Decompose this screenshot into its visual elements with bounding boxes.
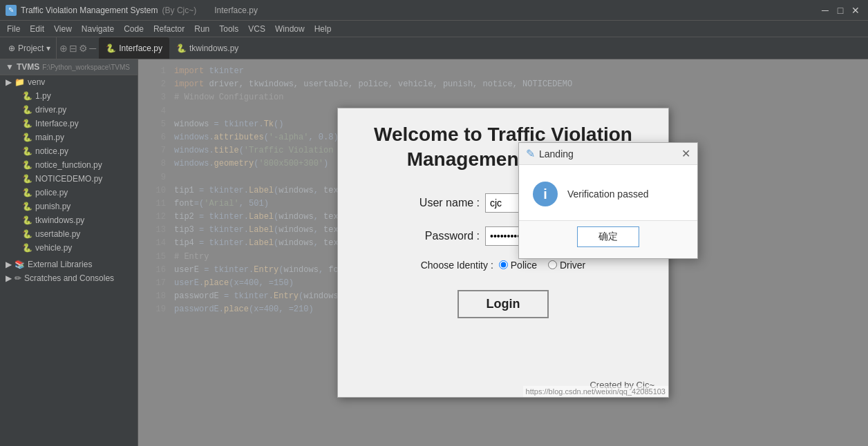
- file-icon-vehicle: 🐍: [22, 243, 32, 253]
- menu-file[interactable]: File: [3, 23, 24, 35]
- tab-tkwindows-py[interactable]: 🐍 tkwindows.py: [169, 37, 245, 59]
- dialog-close-button[interactable]: ✕: [681, 147, 690, 160]
- menu-run[interactable]: Run: [190, 23, 214, 35]
- ext-lib-expand-icon: ▶: [6, 260, 12, 269]
- project-path: F:\Python_workspace\TVMS: [42, 64, 130, 71]
- dialog-feather-icon: ✎: [526, 147, 535, 160]
- file-icon-driver: 🐍: [22, 105, 32, 115]
- folder-icon: 📁: [15, 77, 25, 87]
- sidebar-item-noticefunctionpy[interactable]: 🐍 notice_function.py: [0, 158, 138, 172]
- dialog-footer: 确定: [519, 220, 697, 258]
- file-icon-1py: 🐍: [22, 91, 32, 101]
- minimize-button[interactable]: ─: [818, 3, 832, 17]
- dialog-header-left: ✎ Landing: [526, 147, 574, 160]
- login-overlay: Welcome to Traffic Violation Management …: [138, 59, 868, 446]
- sidebar-item-noticedemo[interactable]: 🐍 NOTICEDEMO.py: [0, 172, 138, 186]
- sidebar-item-driverpy[interactable]: 🐍 driver.py: [0, 103, 138, 117]
- title-bar: ✎ Traffic Violation Management System (B…: [0, 0, 868, 21]
- 1py-label: 1.py: [35, 91, 51, 101]
- split-icon[interactable]: ⊟: [69, 43, 77, 54]
- app-subtitle: (By Cjc~): [162, 6, 197, 15]
- project-header[interactable]: ▼ TVMS F:\Python_workspace\TVMS: [0, 59, 138, 75]
- sidebar-item-scratches[interactable]: ▶ ✏ Scratches and Consoles: [0, 271, 138, 285]
- project-label: ⊕: [8, 43, 15, 53]
- file-icon-noticedemo: 🐍: [22, 174, 32, 184]
- minimize-panel-icon[interactable]: ─: [89, 43, 96, 54]
- dialog-title: Landing: [539, 148, 574, 159]
- file-icon-main: 🐍: [22, 133, 32, 142]
- sidebar-item-noticepy[interactable]: 🐍 notice.py: [0, 144, 138, 158]
- tab-tkwindows-label: tkwindows.py: [189, 43, 238, 53]
- dialog-backdrop: ✎ Landing ✕ i Verification passed 确定: [138, 59, 868, 446]
- app-icon: ✎: [6, 5, 17, 16]
- sidebar-item-policepy[interactable]: 🐍 police.py: [0, 186, 138, 200]
- confirm-button[interactable]: 确定: [577, 226, 639, 247]
- project-text: Project: [18, 43, 44, 53]
- menu-code[interactable]: Code: [120, 23, 148, 35]
- add-tab-icon[interactable]: ⊕: [59, 43, 68, 54]
- interface-label: Interface.py: [35, 119, 79, 128]
- file-icon-interface: 🐍: [106, 43, 116, 53]
- maximize-button[interactable]: □: [833, 3, 847, 17]
- close-button[interactable]: ✕: [849, 3, 862, 17]
- ext-lib-icon: 📚: [15, 260, 25, 269]
- dialog-box: ✎ Landing ✕ i Verification passed 确定: [518, 142, 698, 259]
- settings-icon[interactable]: ⚙: [79, 43, 88, 54]
- driver-label: driver.py: [35, 105, 66, 115]
- menu-tools[interactable]: Tools: [215, 23, 243, 35]
- noticedemo-label: NOTICEDEMO.py: [35, 174, 102, 184]
- file-icon-tkwindows: 🐍: [176, 43, 187, 53]
- main-layout: ▼ TVMS F:\Python_workspace\TVMS ▶ 📁 venv…: [0, 59, 868, 446]
- folder-expand-icon: ▶: [6, 77, 12, 87]
- menu-navigate[interactable]: Navigate: [77, 23, 118, 35]
- project-dropdown[interactable]: ⊕ Project ▾: [3, 37, 57, 59]
- tab-interface-py[interactable]: Interface.py: [214, 6, 258, 15]
- scratches-icon: ✏: [15, 273, 21, 283]
- scratches-label: Scratches and Consoles: [24, 273, 114, 283]
- main-label: main.py: [35, 133, 64, 142]
- ext-lib-label: External Libraries: [28, 260, 92, 269]
- menu-vcs[interactable]: VCS: [244, 23, 270, 35]
- punish-label: punish.py: [35, 202, 70, 211]
- sidebar-item-vehiclepy[interactable]: 🐍 vehicle.py: [0, 241, 138, 255]
- project-chevron: ▾: [46, 43, 50, 53]
- window-controls: ─ □ ✕: [818, 3, 862, 17]
- usertable-label: usertable.py: [35, 229, 80, 239]
- title-bar-left: ✎ Traffic Violation Management System (B…: [6, 5, 258, 16]
- sidebar-item-usertablepy[interactable]: 🐍 usertable.py: [0, 227, 138, 241]
- tab-interface-label: Interface.py: [119, 43, 162, 53]
- police-label: police.py: [35, 188, 68, 197]
- app-title: Traffic Violation Management System: [21, 6, 158, 15]
- sidebar-item-external-libraries[interactable]: ▶ 📚 External Libraries: [0, 258, 138, 271]
- expand-icon: ▼: [6, 62, 14, 72]
- scratches-expand-icon: ▶: [6, 273, 12, 283]
- menu-refactor[interactable]: Refactor: [149, 23, 189, 35]
- file-icon-interface2: 🐍: [22, 119, 32, 128]
- file-icon-usertable: 🐍: [22, 229, 32, 239]
- sidebar-item-tkwindowspy[interactable]: 🐍 tkwindows.py: [0, 213, 138, 227]
- file-icon-notice-func: 🐍: [22, 160, 32, 170]
- tab-interface-py[interactable]: 🐍 Interface.py: [99, 37, 169, 59]
- tkwindows-label: tkwindows.py: [35, 215, 84, 225]
- venv-label: venv: [28, 77, 45, 87]
- sidebar: ▼ TVMS F:\Python_workspace\TVMS ▶ 📁 venv…: [0, 59, 138, 446]
- sidebar-item-venv[interactable]: ▶ 📁 venv: [0, 75, 138, 89]
- tabs-bar: ⊕ Project ▾ ⊕ ⊟ ⚙ ─ 🐍 Interface.py 🐍 tkw…: [0, 37, 868, 59]
- dialog-header: ✎ Landing ✕: [519, 143, 697, 165]
- file-icon-tkwindows2: 🐍: [22, 215, 32, 225]
- menu-help[interactable]: Help: [310, 23, 336, 35]
- dialog-message: Verification passed: [567, 188, 649, 200]
- info-icon: i: [533, 182, 558, 206]
- file-icon-punish: 🐍: [22, 202, 32, 211]
- menu-edit[interactable]: Edit: [26, 23, 48, 35]
- sidebar-item-1py[interactable]: 🐍 1.py: [0, 89, 138, 103]
- file-icon-notice: 🐍: [22, 146, 32, 156]
- menu-bar: File Edit View Navigate Code Refactor Ru…: [0, 21, 868, 37]
- sidebar-item-punishpy[interactable]: 🐍 punish.py: [0, 200, 138, 213]
- sidebar-item-mainpy[interactable]: 🐍 main.py: [0, 130, 138, 144]
- menu-window[interactable]: Window: [271, 23, 309, 35]
- menu-view[interactable]: View: [50, 23, 76, 35]
- dialog-body: i Verification passed: [519, 165, 697, 220]
- vehicle-label: vehicle.py: [35, 243, 72, 253]
- sidebar-item-interfacepy[interactable]: 🐍 Interface.py: [0, 117, 138, 130]
